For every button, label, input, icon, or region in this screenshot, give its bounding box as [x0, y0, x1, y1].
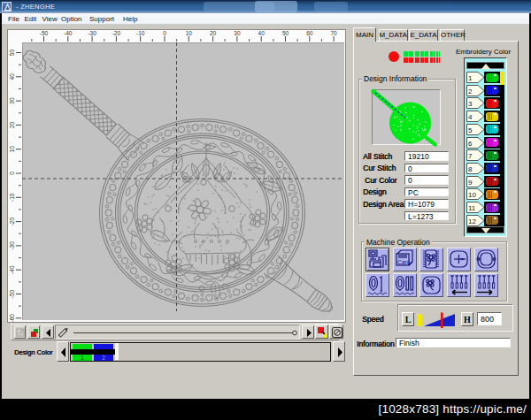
svg-text:5: 5	[468, 126, 473, 134]
svg-text:12: 12	[468, 217, 476, 225]
svg-text:11: 11	[468, 204, 476, 212]
svg-text:7: 7	[468, 152, 473, 160]
svg-text:6: 6	[468, 139, 473, 147]
svg-text:4: 4	[468, 113, 473, 121]
svg-text:10: 10	[468, 191, 476, 199]
svg-text:8: 8	[468, 164, 473, 172]
svg-text:Card: Card	[397, 259, 410, 265]
svg-text:2: 2	[468, 87, 473, 95]
svg-text:9: 9	[468, 178, 473, 186]
svg-text:3: 3	[468, 100, 473, 108]
svg-text:1: 1	[468, 74, 473, 82]
